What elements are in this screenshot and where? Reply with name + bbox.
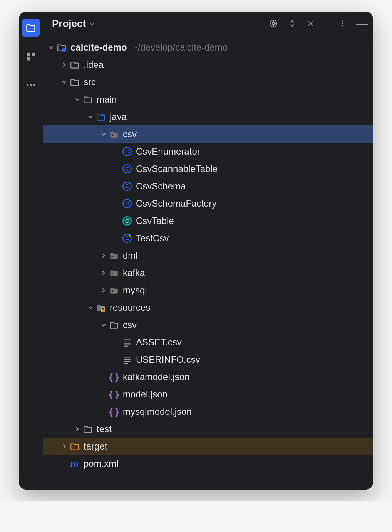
- chevron-down-icon[interactable]: [85, 114, 96, 120]
- folder-source-icon: [96, 112, 106, 122]
- tree-item-hint: ~/develop/calcite-demo: [132, 42, 228, 53]
- tree-item[interactable]: dml: [43, 247, 373, 264]
- svg-text:{ }: { }: [109, 407, 119, 417]
- tree-item[interactable]: CTestCsv: [43, 229, 373, 247]
- json-icon: { }: [109, 407, 119, 417]
- svg-text:{ }: { }: [109, 372, 119, 382]
- tree-item[interactable]: .idea: [43, 56, 373, 73]
- svg-point-5: [33, 84, 35, 86]
- tree-item[interactable]: mysql: [43, 281, 373, 299]
- tree-item-label: USERINFO.csv: [136, 354, 200, 365]
- tree-item-label: CsvEnumerator: [136, 146, 200, 157]
- tree-item[interactable]: mpom.xml: [43, 455, 373, 472]
- chevron-down-icon[interactable]: [98, 131, 109, 137]
- tree-item-label: model.json: [123, 389, 168, 400]
- tree-item-label: kafkamodel.json: [123, 372, 189, 382]
- tree-item-label: calcite-demo: [70, 42, 127, 53]
- chevron-down-icon[interactable]: [85, 305, 96, 311]
- svg-point-29: [112, 256, 113, 257]
- tree-item[interactable]: resources: [43, 299, 373, 316]
- tree-item[interactable]: CCsvEnumerator: [43, 143, 373, 160]
- svg-point-31: [112, 290, 113, 292]
- hide-panel-button[interactable]: —: [356, 18, 368, 29]
- class-icon: C: [122, 146, 132, 157]
- svg-text:m: m: [70, 459, 78, 469]
- tree-item[interactable]: CCsvSchema: [43, 177, 373, 195]
- tree-item-label: CsvScannableTable: [136, 163, 218, 174]
- svg-text:C: C: [125, 183, 129, 189]
- project-tool-button[interactable]: [22, 19, 40, 37]
- textfile-icon: [122, 337, 132, 347]
- tree-item[interactable]: USERINFO.csv: [43, 351, 373, 368]
- maven-icon: m: [70, 459, 80, 469]
- chevron-right-icon[interactable]: [98, 253, 109, 259]
- tree-item-label: csv: [123, 320, 137, 330]
- tree-item-label: resources: [110, 302, 150, 313]
- tree-item[interactable]: { }kafkamodel.json: [43, 368, 373, 386]
- svg-rect-0: [27, 53, 30, 56]
- tree-item[interactable]: CCsvTable: [43, 212, 373, 229]
- folder-icon: [109, 320, 119, 330]
- chevron-down-icon[interactable]: [98, 322, 109, 328]
- tree-item[interactable]: { }model.json: [43, 386, 373, 403]
- tree-item[interactable]: src: [43, 73, 373, 91]
- svg-text:C: C: [125, 148, 129, 155]
- chevron-right-icon[interactable]: [59, 62, 70, 68]
- close-icon[interactable]: [307, 19, 315, 28]
- svg-text:C: C: [125, 166, 129, 172]
- tree-item[interactable]: csv: [43, 316, 373, 333]
- tree-item[interactable]: { }mysqlmodel.json: [43, 403, 373, 420]
- tree-item[interactable]: target: [43, 438, 373, 455]
- tree-item-label: dml: [123, 250, 138, 261]
- chevron-right-icon[interactable]: [59, 443, 70, 450]
- json-icon: { }: [109, 389, 119, 399]
- tree-item[interactable]: java: [43, 108, 373, 125]
- tree-item[interactable]: kafka: [43, 264, 373, 281]
- more-tool-button[interactable]: [22, 76, 40, 94]
- chevron-down-icon[interactable]: [59, 79, 70, 85]
- tree-item-label: java: [110, 111, 127, 122]
- svg-rect-2: [32, 53, 35, 56]
- resources-icon: [96, 303, 106, 313]
- expand-collapse-icon[interactable]: [288, 19, 297, 28]
- svg-point-30: [112, 273, 113, 274]
- project-tree[interactable]: calcite-demo~/develop/calcite-demo.ideas…: [43, 35, 373, 490]
- svg-point-4: [30, 84, 32, 86]
- textfile-icon: [122, 355, 132, 365]
- class-icon: C: [122, 181, 132, 191]
- tree-item-label: mysql: [123, 285, 147, 296]
- tree-item-label: target: [84, 441, 107, 452]
- tree-item[interactable]: main: [43, 91, 373, 108]
- select-opened-file-icon[interactable]: [269, 19, 278, 28]
- chevron-right-icon[interactable]: [98, 270, 109, 276]
- structure-tool-button[interactable]: [22, 47, 40, 66]
- tree-item[interactable]: test: [43, 420, 373, 438]
- tree-item-label: CsvSchema: [136, 181, 186, 192]
- tree-item[interactable]: ASSET.csv: [43, 333, 373, 351]
- options-icon[interactable]: [338, 20, 346, 27]
- folder-icon: [83, 94, 93, 104]
- svg-text:C: C: [125, 218, 129, 224]
- tree-item[interactable]: csv: [43, 125, 373, 143]
- svg-text:{ }: { }: [109, 389, 119, 399]
- tree-item-label: csv: [123, 129, 137, 140]
- tree-item[interactable]: CCsvSchemaFactory: [43, 195, 373, 212]
- package-icon: [109, 285, 119, 295]
- project-view-selector[interactable]: Project: [52, 18, 95, 30]
- chevron-right-icon[interactable]: [72, 426, 83, 432]
- svg-point-7: [272, 22, 275, 25]
- tree-item-label: ASSET.csv: [136, 337, 182, 348]
- folder-excluded-icon: [70, 441, 80, 451]
- folder-icon: [70, 60, 80, 70]
- svg-point-14: [342, 25, 343, 26]
- package-icon: [109, 251, 119, 261]
- package-icon: [109, 268, 119, 278]
- chevron-down-icon[interactable]: [46, 44, 57, 51]
- tool-rail: [19, 12, 43, 490]
- tree-item[interactable]: calcite-demo~/develop/calcite-demo: [43, 39, 373, 56]
- chevron-right-icon[interactable]: [98, 287, 109, 293]
- chevron-down-icon: [89, 18, 95, 30]
- chevron-down-icon[interactable]: [72, 96, 83, 103]
- tree-item[interactable]: CCsvScannableTable: [43, 160, 373, 177]
- tree-item-label: src: [84, 77, 96, 88]
